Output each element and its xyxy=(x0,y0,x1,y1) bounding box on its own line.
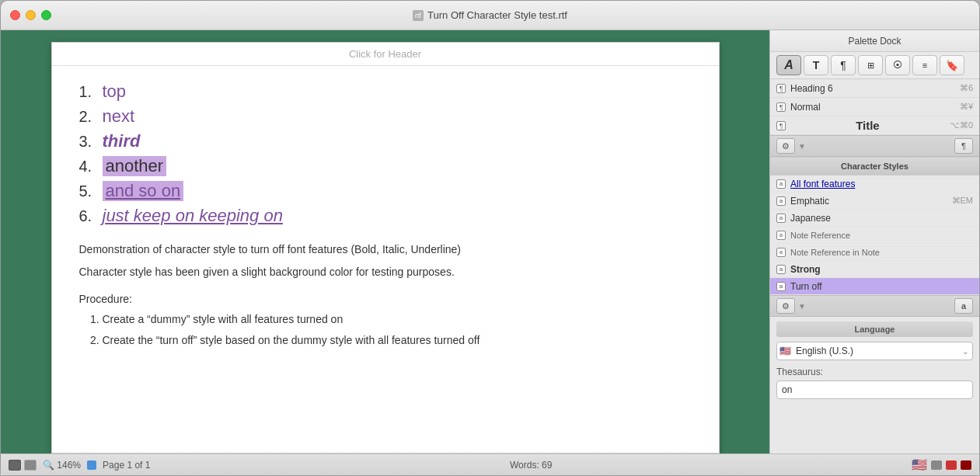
list-text: and so on xyxy=(103,181,184,201)
paragraph-tool-btn[interactable]: ¶ xyxy=(831,55,856,75)
list-item: 1. top xyxy=(79,82,692,102)
titlebar: rtf Turn Off Character Style test.rtf xyxy=(1,1,979,30)
char-style-label: Note Reference in Note xyxy=(790,248,973,257)
style-label: Heading 6 xyxy=(790,83,955,94)
page-info: Page 1 of 1 xyxy=(103,460,150,471)
list-number: 3. xyxy=(79,133,103,151)
style-row-normal[interactable]: ¶ Normal ⌘¥ xyxy=(770,98,979,116)
status-left: 🔍 146% Page 1 of 1 xyxy=(9,460,150,471)
close-button[interactable] xyxy=(10,10,20,20)
list-text: top xyxy=(103,82,127,102)
thesaurus-input[interactable] xyxy=(776,380,973,399)
char-style-turn-off[interactable]: a Turn off xyxy=(770,278,979,295)
style-indicator: ¶ xyxy=(776,84,786,93)
list-number: 1. xyxy=(79,83,103,101)
char-indicator: a xyxy=(776,214,786,223)
paragraph-2: Character style has been given a slight … xyxy=(79,264,692,280)
char-indicator: a xyxy=(776,231,786,240)
style-indicator: ¶ xyxy=(776,121,786,130)
style-row-title[interactable]: ¶ Title ⌥⌘0 xyxy=(770,116,979,135)
list-text: just keep on keeping on xyxy=(103,206,283,226)
procedure-item: Create a “dummy” style with all features… xyxy=(103,311,692,328)
char-style-note-ref-in-note[interactable]: a Note Reference in Note xyxy=(770,244,979,261)
para-settings-arrow[interactable]: ▼ xyxy=(798,142,806,151)
window-title: rtf Turn Off Character Style test.rtf xyxy=(413,9,567,21)
view-icon-1[interactable] xyxy=(9,460,21,471)
list-number: 4. xyxy=(79,158,103,175)
palette-toolbar: A T ¶ ⊞ ⦿ ≡ 🔖 xyxy=(770,52,979,79)
text-tool-btn[interactable]: T xyxy=(804,55,828,75)
char-style-label: Emphatic xyxy=(790,196,947,207)
macro-tool-btn[interactable]: ⦿ xyxy=(885,55,910,75)
style-shortcut: ⌘6 xyxy=(960,83,973,93)
us-flag-icon: 🇺🇸 xyxy=(912,457,927,472)
flag-icon: 🇺🇸 xyxy=(779,346,791,356)
palette-title: Palette Dock xyxy=(770,30,979,52)
char-settings-btn[interactable]: ⚙ xyxy=(776,298,795,314)
list-item: 4. another xyxy=(79,156,692,176)
char-style-shortcut: ⌘EM xyxy=(952,196,974,206)
char-style-label: Strong xyxy=(790,264,973,275)
spell-check-icon[interactable] xyxy=(946,460,957,470)
palette-dock: Palette Dock A T ¶ ⊞ ⦿ ≡ 🔖 ¶ Heading 6 ⌘… xyxy=(769,30,979,453)
char-indicator: a xyxy=(776,248,786,257)
list-item: 3. third xyxy=(79,131,692,151)
status-bar: 🔍 146% Page 1 of 1 Words: 69 🇺🇸 xyxy=(1,453,979,475)
char-style-all-font[interactable]: a All font features xyxy=(770,175,979,193)
char-style-label: All font features xyxy=(790,179,973,189)
list-item: 5. and so on xyxy=(79,181,692,201)
char-styles-bottom-toolbar: ⚙ ▼ a xyxy=(770,295,979,317)
list-tool-btn[interactable]: ≡ xyxy=(912,55,937,75)
list-number: 5. xyxy=(79,182,103,200)
word-count: Words: 69 xyxy=(510,460,552,471)
table-tool-btn[interactable]: ⊞ xyxy=(858,55,883,75)
list-text: next xyxy=(103,106,135,127)
view-toggle xyxy=(9,460,37,471)
document-area[interactable]: Click for Header 1. top 2. next 3. third xyxy=(1,30,769,453)
char-style-note-ref[interactable]: a Note Reference xyxy=(770,227,979,244)
char-indicator: a xyxy=(776,265,786,274)
char-style-label: Note Reference xyxy=(790,231,973,240)
file-icon: rtf xyxy=(413,10,424,21)
status-center: Words: 69 xyxy=(162,460,900,471)
list-text: third xyxy=(103,131,141,151)
zoom-level: 🔍 146% xyxy=(43,460,81,471)
traffic-lights xyxy=(10,10,51,20)
paragraph-bottom-toolbar: ⚙ ▼ ¶ xyxy=(770,135,979,157)
para-settings-btn[interactable]: ⚙ xyxy=(776,138,795,154)
bookmark-tool-btn[interactable]: 🔖 xyxy=(940,55,964,75)
char-indicator: a xyxy=(776,282,786,291)
language-header: Language xyxy=(776,321,973,337)
char-format-btn[interactable]: a xyxy=(954,298,973,314)
char-indicator: a xyxy=(776,196,786,206)
header-click-area[interactable]: Click for Header xyxy=(52,43,719,66)
char-style-strong[interactable]: a Strong xyxy=(770,261,979,278)
maximize-button[interactable] xyxy=(41,10,51,20)
paragraph-1: Demonstration of character style to turn… xyxy=(79,241,692,258)
char-style-label: Turn off xyxy=(790,281,973,292)
list-number: 6. xyxy=(79,207,103,225)
char-style-emphatic[interactable]: a Emphatic ⌘EM xyxy=(770,193,979,210)
procedure-item: Create the “turn off” style based on the… xyxy=(103,332,692,349)
language-select[interactable]: English (U.S.) xyxy=(776,342,973,360)
para-format-btn[interactable]: ¶ xyxy=(954,138,973,154)
char-style-japanese[interactable]: a Japanese xyxy=(770,210,979,227)
minimize-button[interactable] xyxy=(26,10,36,20)
style-row-heading6[interactable]: ¶ Heading 6 ⌘6 xyxy=(770,79,979,98)
char-styles-tool-btn[interactable]: A xyxy=(776,55,801,75)
list-item: 6. just keep on keeping on xyxy=(79,206,692,226)
language-select-wrapper[interactable]: 🇺🇸 English (U.S.) ⌄ xyxy=(776,342,973,360)
style-shortcut: ⌘¥ xyxy=(960,102,973,112)
style-indicator: ¶ xyxy=(776,102,786,112)
thesaurus-label: Thesaurus: xyxy=(776,367,973,377)
language-section: Language 🇺🇸 English (U.S.) ⌄ Thesaurus: xyxy=(770,317,979,453)
char-settings-arrow[interactable]: ▼ xyxy=(798,302,806,311)
track-changes-icon[interactable] xyxy=(961,460,971,470)
list-text: another xyxy=(103,156,167,176)
char-styles-header: Character Styles xyxy=(770,157,979,175)
view-mode-icon[interactable] xyxy=(931,460,942,470)
style-label: Normal xyxy=(790,102,955,113)
app-window: rtf Turn Off Character Style test.rtf Cl… xyxy=(0,0,980,476)
view-icon-2[interactable] xyxy=(24,460,37,471)
select-arrow-icon: ⌄ xyxy=(962,347,968,356)
